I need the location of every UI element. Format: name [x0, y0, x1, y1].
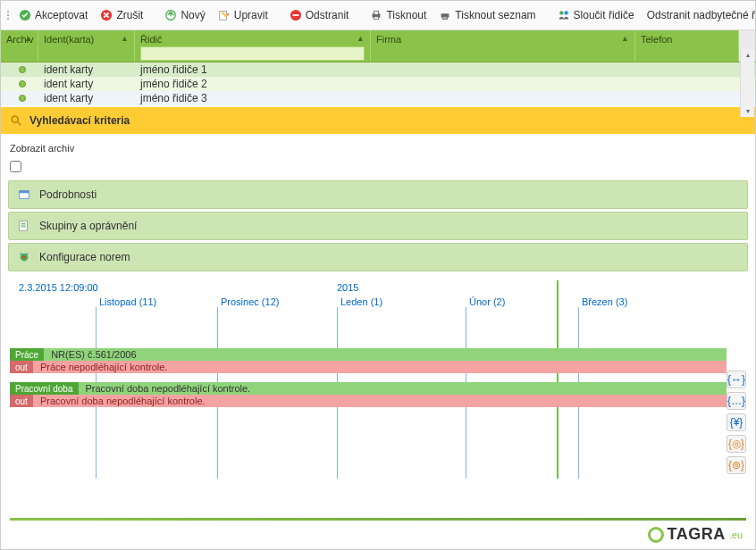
archive-checkbox[interactable]	[10, 161, 21, 172]
print-list-label: Tisknout seznam	[455, 9, 535, 21]
band-text: Pracovní doba nepodléhající kontrole.	[33, 396, 206, 406]
svg-rect-8	[374, 17, 379, 20]
edit-label: Upravit	[234, 9, 268, 21]
tool-btn-5[interactable]: {⊚}	[727, 456, 746, 474]
new-label: Nový	[181, 9, 205, 21]
now-line	[557, 280, 559, 479]
month-label: Leden (1)	[340, 296, 382, 307]
svg-point-13	[12, 116, 18, 122]
tool-btn-4[interactable]: {◎}	[727, 435, 746, 453]
delete-button[interactable]: Odstranit	[284, 6, 355, 24]
cell-driver: jméno řidiče 1	[140, 63, 207, 76]
groups-icon	[18, 220, 30, 232]
month-label: Březen (3)	[582, 296, 627, 307]
brand-name: TAGRA	[668, 525, 726, 544]
merge-label: Sloučit řidiče	[574, 9, 634, 21]
section-label: Konfigurace norem	[39, 251, 130, 263]
delete-label: Odstranit	[306, 9, 349, 21]
search-label: Vyhledávací kriteria	[29, 114, 130, 127]
col-ident[interactable]: Ident(karta)▲	[38, 30, 135, 62]
merge-button[interactable]: Sloučit řidiče	[552, 6, 640, 24]
search-criteria-bar[interactable]: Vyhledávací kriteria	[1, 107, 755, 134]
band-tag: out	[10, 395, 33, 407]
band-out1: out Práce nepodléhající kontrole.	[10, 361, 727, 373]
month-label: Listopad (11)	[99, 296, 156, 307]
cancel-button[interactable]: Zrušit	[95, 6, 148, 24]
band-worktime: Pracovní doba Pracovní doba nepodléhajíc…	[10, 382, 727, 395]
sort-icon: ▲	[357, 34, 365, 43]
band-tag: Práce	[10, 348, 44, 361]
svg-point-18	[22, 255, 26, 259]
col-driver[interactable]: Řidič▲	[135, 30, 371, 62]
print-button[interactable]: Tisknout	[365, 6, 432, 24]
cell-driver: jméno řidiče 3	[140, 92, 207, 104]
section-label: Skupiny a oprávnění	[39, 220, 137, 232]
footer-divider	[10, 518, 746, 521]
col-company[interactable]: Firma▲	[371, 30, 635, 62]
delete-icon	[290, 9, 302, 21]
table-row[interactable]: ident karty jméno řidiče 3	[1, 91, 755, 105]
section-groups[interactable]: Skupiny a oprávnění	[8, 212, 748, 240]
cell-driver: jméno řidiče 2	[140, 78, 207, 90]
edit-icon	[218, 9, 231, 21]
print-list-button[interactable]: Tisknout seznam	[433, 6, 541, 24]
tool-btn-3[interactable]: {¥}	[727, 413, 746, 431]
section-norms[interactable]: Konfigurace norem	[8, 243, 748, 271]
timeline-tool-buttons: {↔} {…} {¥} {◎} {⊚}	[727, 371, 746, 474]
col-archive[interactable]: Archiv▲	[1, 30, 38, 62]
driver-filter-input[interactable]	[140, 46, 365, 61]
cell-ident: ident karty	[44, 92, 140, 104]
cell-ident: ident karty	[44, 63, 140, 76]
band-text: Práce nepodléhající kontrole.	[33, 362, 167, 372]
print-label: Tisknout	[386, 9, 426, 21]
details-icon	[18, 188, 30, 201]
band-tag: out	[10, 361, 33, 373]
print-list-icon	[439, 9, 451, 21]
magnifier-icon	[10, 114, 22, 127]
brand-logo-icon	[648, 527, 664, 543]
month-label: Únor (2)	[469, 296, 505, 307]
grid-body: ident karty jméno řidiče 1 ident karty j…	[1, 62, 755, 105]
band-tag: Pracovní doba	[10, 382, 79, 395]
accept-label: Akceptovat	[35, 9, 88, 21]
tool-btn-1[interactable]: {↔}	[727, 371, 746, 388]
table-row[interactable]: ident karty jméno řidiče 1	[1, 62, 755, 77]
cancel-label: Zrušit	[116, 9, 143, 21]
accept-button[interactable]: Akceptovat	[13, 6, 93, 24]
cancel-icon	[100, 9, 113, 21]
svg-point-11	[559, 11, 563, 14]
cell-ident: ident karty	[44, 78, 140, 90]
status-dot-icon	[19, 80, 26, 88]
remove-extra-label: Odstranit nadbytečné řidiče	[647, 9, 756, 21]
norms-icon	[18, 251, 30, 263]
archive-row: Zobrazit archiv	[1, 134, 755, 178]
svg-rect-5	[292, 14, 298, 16]
band-work: Práce NR(ES) č.561/2006	[10, 348, 727, 361]
col-phone[interactable]: Telefon	[635, 30, 739, 62]
merge-icon	[558, 9, 570, 21]
timeline: 2.3.2015 12:09:00 2015 Listopad (11) Pro…	[10, 280, 746, 459]
svg-rect-16	[20, 221, 28, 231]
remove-extra-button[interactable]: Odstranit nadbytečné řidiče	[642, 6, 756, 24]
band-text: NR(ES) č.561/2006	[44, 349, 136, 360]
brand-suffix: .eu	[729, 529, 743, 540]
edit-button[interactable]: Upravit	[213, 6, 273, 24]
tool-btn-2[interactable]: {…}	[727, 392, 746, 410]
section-label: Podrobnosti	[39, 188, 97, 201]
scroll-up-icon: ▴	[746, 51, 750, 59]
grid-scrollbar[interactable]: ▴▾	[740, 49, 754, 117]
new-icon	[164, 9, 177, 21]
svg-rect-10	[443, 17, 448, 20]
status-dot-icon	[19, 95, 26, 102]
toolbar-grip-icon	[4, 11, 12, 20]
section-details[interactable]: Podrobnosti	[8, 180, 748, 209]
sort-icon: ▲	[121, 34, 129, 43]
status-dot-icon	[19, 66, 26, 73]
new-button[interactable]: Nový	[159, 6, 210, 24]
sort-icon: ▲	[24, 34, 32, 43]
svg-rect-7	[374, 12, 379, 15]
timeline-year: 2015	[337, 282, 358, 293]
table-row[interactable]: ident karty jméno řidiče 2	[1, 77, 755, 91]
svg-point-12	[564, 11, 567, 14]
scroll-down-icon: ▾	[746, 107, 750, 115]
